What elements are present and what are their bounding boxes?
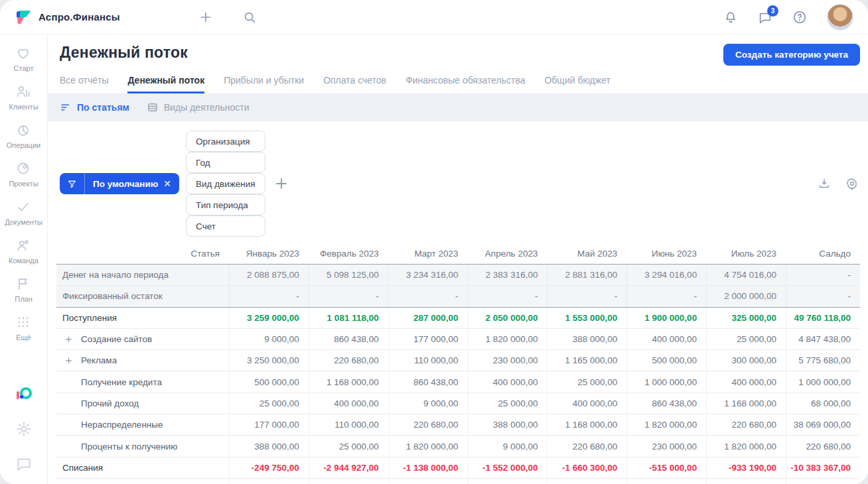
chat-icon[interactable] — [15, 455, 33, 472]
start-icon — [15, 45, 31, 61]
column-month-1[interactable]: Январь 2023 — [229, 243, 309, 265]
tab-2[interactable]: Прибыли и убытки — [224, 75, 304, 93]
funnel-icon[interactable] — [60, 173, 85, 194]
cell-value: -1 138 000,00 — [388, 457, 468, 478]
sidebar-item-4[interactable]: Документы — [5, 199, 42, 226]
filter-chip-1[interactable]: Год — [186, 152, 265, 173]
cell-value: 110 000,00 — [309, 414, 388, 435]
tab-4[interactable]: Финансовые обязательства — [405, 75, 525, 93]
settings-gear-icon[interactable] — [845, 177, 859, 190]
sidebar-item-3[interactable]: Проекты — [5, 160, 42, 188]
team-icon — [15, 237, 31, 253]
row-label[interactable]: Нераспределенные — [56, 414, 229, 435]
column-month-6[interactable]: Июнь 2023 — [626, 243, 706, 265]
row-label[interactable]: Поступления — [56, 308, 229, 328]
plan-icon — [15, 276, 31, 292]
cell-value: 177 000,00 — [388, 329, 468, 349]
cell-value: 860 438,00 — [626, 393, 706, 414]
tab-3[interactable]: Оплата счетов — [323, 75, 386, 93]
cell-value: 220 680,00 — [547, 436, 626, 456]
cell-value: 2 050 000,00 — [468, 308, 547, 328]
download-icon[interactable] — [818, 177, 831, 190]
sidebar-item-label: Документы — [5, 218, 42, 226]
sidebar-item-label: Ещё — [16, 333, 31, 341]
column-month-4[interactable]: Апрель 2023 — [468, 243, 547, 265]
filter-chip-4[interactable]: Счет — [186, 215, 265, 237]
row-label[interactable]: Фиксированный остаток — [56, 286, 229, 306]
user-avatar[interactable] — [827, 4, 853, 30]
sidebar-item-7[interactable]: Ещё — [5, 314, 42, 341]
column-month-2[interactable]: Февраль 2023 — [309, 243, 388, 265]
row-label[interactable]: Списания — [56, 457, 229, 478]
sidebar-item-label: Проекты — [9, 180, 38, 188]
sidebar: СтартКлиентыОперацииПроектыДокументыКома… — [0, 34, 48, 484]
sidebar-item-6[interactable]: План — [5, 276, 42, 303]
app-logo[interactable]: Аспро.Финансы — [15, 9, 120, 26]
tab-1[interactable]: Денежный поток — [127, 75, 204, 93]
search-icon[interactable] — [242, 10, 257, 25]
table-row-4: Реклама3 250 000,00220 680,00110 000,002… — [56, 350, 860, 371]
cell-value: 230 000,00 — [468, 350, 547, 371]
view-tab-1[interactable]: Виды деятельности — [147, 101, 250, 113]
table-row-3: Создание сайтов9 000,00860 438,00177 000… — [56, 329, 860, 350]
column-month-3[interactable]: Март 2023 — [388, 243, 468, 265]
view-tab-0[interactable]: По статьям — [60, 101, 129, 113]
cell-saldo: 68 000,00 — [786, 393, 860, 414]
cell-value: 388 000,00 — [229, 436, 309, 456]
sidebar-item-2[interactable]: Операции — [5, 122, 42, 149]
chat-icon[interactable]: 3 — [758, 10, 772, 25]
view-mode-band: По статьямВиды деятельности — [48, 93, 868, 121]
cell-value: 25 000,00 — [309, 436, 388, 456]
active-filter-pill[interactable]: По умолчанию ✕ — [60, 173, 179, 194]
rows-icon — [147, 101, 159, 113]
plus-icon[interactable] — [198, 10, 213, 25]
tab-5[interactable]: Общий бюджет — [544, 75, 610, 93]
cell-value: - — [229, 286, 309, 306]
expand-icon[interactable] — [64, 335, 73, 343]
row-label[interactable]: Получение кредита — [56, 371, 229, 392]
row-label[interactable]: Реклама — [56, 350, 229, 371]
aspro-mark-icon[interactable] — [15, 386, 33, 403]
cell-value: 2 383 316,00 — [468, 265, 547, 285]
row-label[interactable]: Создание сайтов — [56, 329, 229, 349]
help-icon[interactable] — [792, 10, 807, 25]
filter-chip-2[interactable]: Вид движения — [186, 173, 265, 194]
expand-icon[interactable] — [64, 356, 73, 365]
cashflow-table: СтатьяЯнварь 2023Февраль 2023Март 2023Ап… — [56, 243, 860, 484]
sidebar-item-label: Операции — [7, 141, 40, 149]
row-label[interactable]: Денег на начало периода — [56, 265, 229, 285]
cell-value: 25 000,00 — [468, 393, 547, 414]
column-month-5[interactable]: Май 2023 — [547, 243, 626, 265]
cell-value: -1 200 000,00 — [547, 479, 626, 484]
column-saldo: Сальдо — [786, 243, 860, 265]
topbar: Аспро.Финансы 3 — [0, 0, 868, 34]
cell-value: 3 259 000,00 — [229, 308, 309, 328]
cell-saldo: 49 760 118,00 — [786, 308, 860, 328]
cell-value: 860 438,00 — [309, 329, 388, 349]
cell-value: - — [626, 286, 706, 306]
add-filter-icon[interactable] — [273, 176, 289, 192]
clients-icon — [15, 84, 31, 99]
row-label[interactable]: Проценты к получению — [56, 436, 229, 456]
filter-chip-3[interactable]: Тип периода — [186, 194, 265, 215]
cell-value: 500 000,00 — [626, 350, 706, 371]
column-month-7[interactable]: Июль 2023 — [706, 243, 786, 265]
clear-filter-icon[interactable]: ✕ — [163, 178, 179, 189]
projects-icon — [15, 160, 31, 176]
cell-value: 1 900 000,00 — [626, 308, 706, 328]
sidebar-item-1[interactable]: Клиенты — [5, 84, 42, 111]
bell-icon[interactable] — [723, 10, 738, 25]
table-row-0: Денег на начало периода2 088 875,005 098… — [56, 265, 860, 286]
cell-value: 325 000,00 — [706, 308, 786, 328]
cell-saldo: 5 775 680,00 — [786, 350, 860, 371]
row-label[interactable]: Прочий доход — [56, 393, 229, 414]
filter-chip-0[interactable]: Организация — [186, 131, 265, 152]
create-category-button[interactable]: Создать категорию учета — [723, 44, 860, 66]
sidebar-item-5[interactable]: Команда — [5, 237, 42, 265]
gear-icon[interactable] — [15, 420, 33, 438]
tab-0[interactable]: Все отчёты — [60, 75, 108, 93]
row-label[interactable]: Закупка лицензий — [56, 479, 229, 484]
cell-value: 400 000,00 — [547, 393, 626, 414]
cell-value: 400 000,00 — [706, 371, 786, 392]
sidebar-item-0[interactable]: Старт — [5, 45, 42, 72]
